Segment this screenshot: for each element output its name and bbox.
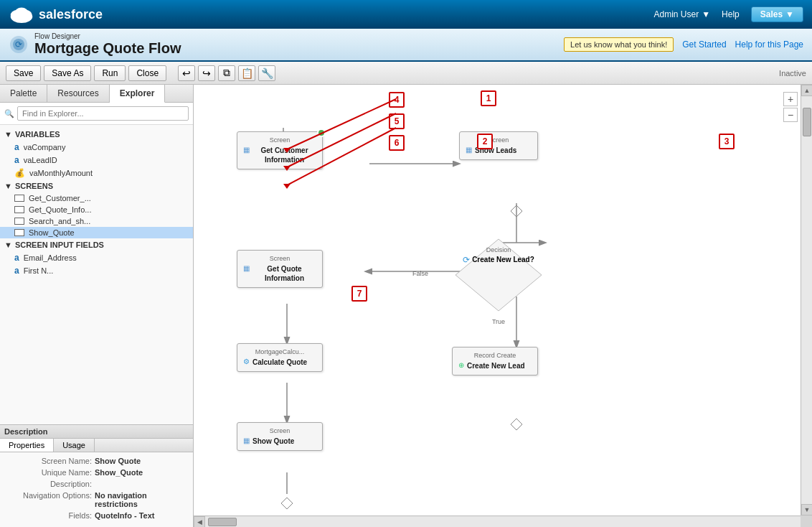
chevron-down-icon: ▼ xyxy=(4,241,12,249)
search-bar: 🔍 xyxy=(0,103,193,125)
decision-icon: ⟳ xyxy=(463,255,470,265)
node-show-quote[interactable]: Screen ▦ Show Quote xyxy=(237,422,323,451)
screens-section-header[interactable]: ▼ SCREENS xyxy=(0,179,193,192)
node-mortgage-calculate[interactable]: MortgageCalcu... ⚙ Calculate Quote xyxy=(237,343,323,372)
flow-designer-label: Flow Designer xyxy=(34,33,181,40)
cloud-logo-icon xyxy=(9,6,34,23)
svg-text:⟳: ⟳ xyxy=(15,39,22,50)
description-label: Description: xyxy=(6,480,92,488)
list-item[interactable]: Get_Quote_Info... xyxy=(0,204,193,215)
zoom-in-button[interactable]: + xyxy=(783,92,798,106)
badge-6: 6 xyxy=(389,135,405,151)
node-type-label: Screen xyxy=(243,255,316,262)
formula-icon: ⚙ xyxy=(243,358,250,365)
tab-palette[interactable]: Palette xyxy=(0,85,47,102)
list-item[interactable]: Show_Quote xyxy=(0,227,193,238)
run-button[interactable]: Run xyxy=(94,65,126,81)
toolbar: Save Save As Run Close ↩ ↪ ⧉ 📋 🔧 Inactiv… xyxy=(0,62,812,85)
screen-input-fields-section-header[interactable]: ▼ SCREEN INPUT FIELDS xyxy=(0,238,193,251)
copy-button[interactable]: ⧉ xyxy=(218,65,235,81)
main-area: Palette Resources Explorer 🔍 ▼ VARIABLES… xyxy=(0,85,812,527)
description-tabs: Properties Usage xyxy=(0,439,193,452)
save-as-button[interactable]: Save As xyxy=(44,65,91,81)
badge-4: 4 xyxy=(389,92,405,108)
redo-button[interactable]: ↪ xyxy=(198,65,215,81)
node-record-create[interactable]: Record Create ⊕ Create New Lead xyxy=(452,347,538,376)
record-icon: ⊕ xyxy=(458,361,464,369)
help-page-link[interactable]: Help for this Page xyxy=(735,39,803,50)
list-item[interactable]: a Email_Address xyxy=(0,251,193,264)
zoom-out-button[interactable]: − xyxy=(783,108,798,122)
list-item[interactable]: a vaCompany xyxy=(0,141,193,154)
desc-row-navigation: Navigation Options: No navigation restri… xyxy=(6,491,187,508)
list-item[interactable]: 💰 vaMonthlyAmount xyxy=(0,167,193,179)
node-show-leads[interactable]: Screen ▦ Show Leads xyxy=(459,131,538,160)
paste-button[interactable]: 📋 xyxy=(238,65,255,81)
zoom-controls: + − xyxy=(783,92,798,122)
list-item[interactable]: Get_Customer_... xyxy=(0,192,193,204)
screen-name-value: Show Quote xyxy=(95,457,141,465)
node-decision[interactable]: Decision ⟳ Create New Lead? False True xyxy=(452,235,545,314)
screen-icon: ▦ xyxy=(243,146,250,154)
svg-point-3 xyxy=(14,8,28,18)
flow-designer-icon: ⟳ xyxy=(9,34,29,55)
left-panel: Palette Resources Explorer 🔍 ▼ VARIABLES… xyxy=(0,85,194,527)
desc-row-fields: Fields: QuoteInfo - Text xyxy=(6,511,187,520)
field-name: First N... xyxy=(24,266,54,275)
tab-explorer[interactable]: Explorer xyxy=(110,85,166,103)
flow-title: Mortgage Quote Flow xyxy=(34,40,181,57)
top-nav-right: Admin User ▼ Help Sales ▼ xyxy=(653,6,803,22)
search-input[interactable] xyxy=(17,106,189,121)
screen-icon: ▦ xyxy=(466,146,472,154)
get-started-link[interactable]: Get Started xyxy=(682,39,726,50)
admin-user-button[interactable]: Admin User ▼ xyxy=(653,9,710,19)
close-button[interactable]: Close xyxy=(128,65,166,81)
description-content: Screen Name: Show Quote Unique Name: Sho… xyxy=(0,452,193,527)
node-get-quote-information[interactable]: Screen ▦ Get Quote Information xyxy=(237,250,323,288)
desc-row-unique-name: Unique Name: Show_Quote xyxy=(6,468,187,477)
node-name-label: Get Quote Information xyxy=(252,264,316,283)
list-item[interactable]: a First N... xyxy=(0,264,193,277)
tab-usage[interactable]: Usage xyxy=(54,439,95,452)
scroll-thumb-vertical[interactable] xyxy=(803,108,811,136)
node-type-label: MortgageCalcu... xyxy=(243,348,316,355)
top-navigation: salesforce Admin User ▼ Help Sales ▼ xyxy=(0,0,812,29)
tab-resources[interactable]: Resources xyxy=(47,85,109,102)
save-button[interactable]: Save xyxy=(6,65,41,81)
variable-type-icon: 💰 xyxy=(14,168,25,178)
scroll-thumb-horizontal[interactable] xyxy=(208,518,237,526)
variables-section-header[interactable]: ▼ VARIABLES xyxy=(0,128,193,141)
scroll-up-button[interactable]: ▲ xyxy=(801,85,812,96)
svg-marker-18 xyxy=(511,419,522,430)
field-type-icon: a xyxy=(14,253,19,263)
tab-properties[interactable]: Properties xyxy=(0,439,54,452)
variable-type-icon: a xyxy=(14,142,19,152)
variable-name: vaMonthlyAmount xyxy=(29,169,93,177)
true-label: True xyxy=(492,318,505,325)
screens-label: SCREENS xyxy=(15,182,53,190)
chevron-down-icon: ▼ xyxy=(4,130,12,139)
list-item[interactable]: a vaLeadID xyxy=(0,154,193,167)
variable-name: vaLeadID xyxy=(24,156,57,164)
node-get-customer-information[interactable]: Screen ▦ Get Customer Information xyxy=(237,131,323,169)
badge-1: 1 xyxy=(481,90,496,106)
unique-name-label: Unique Name: xyxy=(6,468,92,477)
feedback-button[interactable]: Let us know what you think! xyxy=(564,37,674,52)
sales-label: Sales xyxy=(760,9,783,19)
vertical-scrollbar[interactable]: ▲ ▼ xyxy=(801,85,812,516)
undo-button[interactable]: ↩ xyxy=(178,65,195,81)
admin-dropdown-icon: ▼ xyxy=(702,9,710,19)
scrollbar-corner xyxy=(801,516,812,527)
scroll-left-button[interactable]: ◀ xyxy=(194,516,205,527)
horizontal-scrollbar[interactable]: ◀ ▶ xyxy=(194,516,801,527)
list-item[interactable]: Search_and_sh... xyxy=(0,215,193,227)
screen-type-icon xyxy=(14,206,24,213)
false-label: False xyxy=(412,270,428,277)
help-link[interactable]: Help xyxy=(722,9,740,19)
node-type-label: Screen xyxy=(243,427,316,434)
settings-button[interactable]: 🔧 xyxy=(258,65,275,81)
sales-button[interactable]: Sales ▼ xyxy=(751,6,803,22)
scroll-down-button[interactable]: ▼ xyxy=(801,504,812,516)
screen-name: Show_Quote xyxy=(29,228,75,237)
description-panel: Description Properties Usage Screen Name… xyxy=(0,424,193,527)
